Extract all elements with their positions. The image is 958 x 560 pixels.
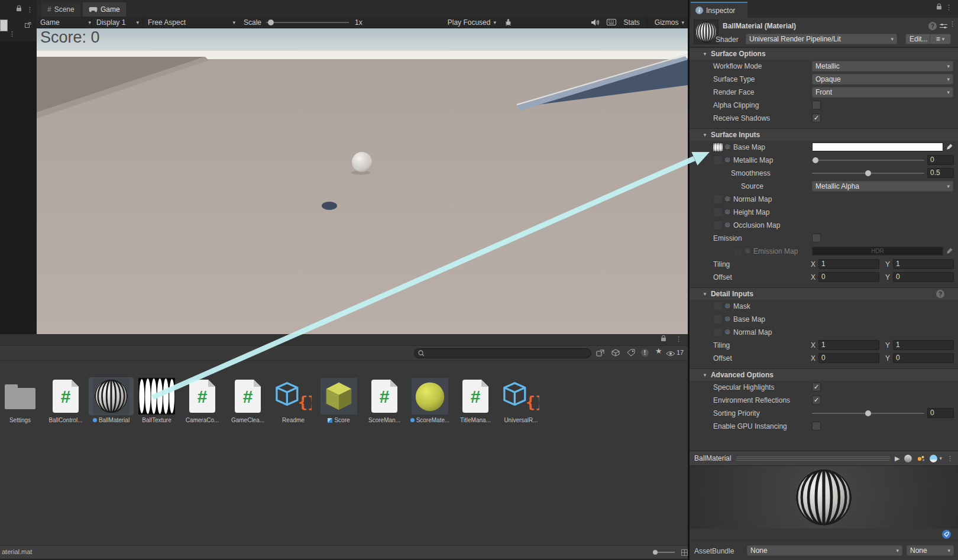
kebab-menu-icon[interactable]: ⋮	[9, 31, 15, 37]
tab-scene[interactable]: # Scene	[41, 2, 80, 17]
gizmos-dropdown[interactable]: Gizmos▾	[655, 18, 684, 27]
asset-item[interactable]: UniversalR...	[499, 377, 543, 423]
grid-view-icon[interactable]	[681, 549, 688, 556]
game-viewport[interactable]: Score: 0	[37, 28, 688, 334]
workflow-mode-dropdown[interactable]: Metallic ▾	[812, 61, 953, 72]
asset-item[interactable]: #GameClea...	[225, 377, 270, 423]
sorting-priority-slider[interactable]	[812, 413, 924, 414]
specular-highlights-checkbox[interactable]: ✓	[812, 383, 821, 391]
detail-offset-x-field[interactable]: 0	[818, 353, 879, 363]
surface-inputs-header[interactable]: ▼ Surface Inputs	[690, 129, 958, 141]
alert-icon[interactable]: !	[641, 349, 649, 357]
height-map-thumb[interactable]	[713, 208, 723, 217]
asset-item[interactable]: #TitleMana...	[453, 377, 498, 423]
emission-hdr-swatch[interactable]: HDR	[812, 247, 943, 255]
lock-icon[interactable]	[937, 6, 941, 9]
object-picker-icon[interactable]: ◎	[725, 221, 730, 228]
help-icon[interactable]: ?	[928, 22, 937, 30]
base-map-texture-thumb[interactable]	[713, 143, 723, 152]
gpu-instancing-checkbox[interactable]	[812, 422, 821, 430]
surface-type-dropdown[interactable]: Opaque ▾	[812, 74, 953, 85]
object-picker-icon[interactable]: ◎	[725, 208, 730, 215]
preview-play-button[interactable]: ▶	[895, 455, 899, 462]
detail-tiling-x-field[interactable]: 1	[818, 340, 879, 350]
detail-inputs-header[interactable]: ▼ Detail Inputs ?	[690, 288, 958, 300]
metallic-map-thumb[interactable]	[713, 156, 723, 165]
aspect-ratio-dropdown[interactable]: Free Aspect▾	[148, 18, 235, 27]
asset-item[interactable]: Settings	[0, 377, 43, 423]
object-picker-icon[interactable]: ◎	[725, 143, 730, 150]
object-picker-icon[interactable]: ◎	[745, 247, 750, 254]
object-picker-icon[interactable]: ◎	[725, 328, 730, 335]
kebab-menu-icon[interactable]: ⋮	[947, 455, 953, 461]
receive-shadows-checkbox[interactable]: ✓	[812, 114, 821, 122]
sorting-priority-field[interactable]: 0	[927, 408, 954, 418]
visibility-eye-icon[interactable]	[666, 351, 675, 357]
game-view-dropdown[interactable]: Game▾	[40, 18, 91, 27]
assetbundle-dropdown[interactable]: None ▾	[747, 545, 902, 556]
metallic-value-field[interactable]: 0	[927, 155, 954, 165]
project-search-input[interactable]	[426, 350, 587, 357]
detail-base-map-thumb[interactable]	[713, 315, 723, 324]
object-picker-icon[interactable]: ◎	[725, 195, 730, 202]
preview-header-bar[interactable]: BallMaterial ▶ ▾ ⋮	[690, 451, 958, 466]
open-asset-icon[interactable]	[596, 349, 604, 357]
tab-game[interactable]: Game	[83, 2, 126, 17]
advanced-options-header[interactable]: ▼ Advanced Options	[690, 369, 958, 381]
normal-map-thumb[interactable]	[713, 195, 723, 204]
keyboard-icon[interactable]	[607, 19, 616, 25]
object-picker-icon[interactable]: ◎	[725, 302, 730, 309]
kebab-menu-icon[interactable]: ⋮	[27, 7, 33, 12]
occlusion-map-thumb[interactable]	[713, 221, 723, 230]
kebab-menu-icon[interactable]: ⋮	[675, 336, 682, 342]
stats-button[interactable]: Stats	[623, 18, 639, 27]
eyedropper-icon[interactable]	[946, 247, 953, 254]
float-window-icon[interactable]	[25, 21, 31, 28]
shader-dropdown[interactable]: Universal Render Pipeline/Lit ▾	[746, 34, 897, 44]
detail-offset-y-field[interactable]: 0	[893, 353, 954, 363]
asset-item[interactable]: BallTexture	[134, 377, 179, 423]
tiling-x-field[interactable]: 1	[818, 259, 879, 269]
preview-mesh-button[interactable]	[904, 455, 912, 462]
smoothness-value-field[interactable]: 0.5	[927, 168, 954, 178]
asset-label-tag-icon[interactable]	[942, 530, 951, 539]
asset-item[interactable]: #BallControl...	[43, 377, 88, 423]
offset-x-field[interactable]: 0	[818, 272, 879, 282]
play-focused-dropdown[interactable]: Play Focused▾	[448, 18, 496, 27]
emission-map-thumb[interactable]	[733, 247, 743, 256]
package-icon[interactable]	[611, 349, 620, 357]
emission-checkbox[interactable]	[812, 234, 821, 242]
shader-menu-button[interactable]: ≡ ▾	[930, 34, 951, 44]
scale-slider[interactable]	[266, 22, 349, 23]
environment-reflections-checkbox[interactable]: ✓	[812, 396, 821, 404]
material-preview[interactable]	[690, 466, 958, 529]
smoothness-slider[interactable]	[812, 173, 924, 174]
detail-tiling-y-field[interactable]: 1	[893, 340, 954, 350]
kebab-menu-icon[interactable]: ⋮	[946, 4, 952, 10]
icon-size-slider[interactable]	[653, 552, 675, 553]
asset-item[interactable]: ScoreMate...	[407, 377, 452, 423]
detail-normal-map-thumb[interactable]	[713, 328, 723, 337]
debug-bug-icon[interactable]	[504, 18, 512, 26]
asset-item[interactable]: #CameraCo...	[180, 377, 225, 423]
preview-drag-handle[interactable]	[736, 457, 890, 461]
presets-icon[interactable]	[940, 23, 947, 29]
smoothness-source-dropdown[interactable]: Metallic Alpha ▾	[812, 181, 953, 192]
label-tag-icon[interactable]	[627, 349, 635, 357]
asset-item[interactable]: Score	[316, 377, 361, 423]
help-icon[interactable]: ?	[936, 290, 944, 298]
metallic-slider[interactable]	[812, 160, 924, 161]
tab-inspector[interactable]: i Inspector	[691, 2, 747, 18]
display-dropdown[interactable]: Display 1▾	[96, 18, 139, 27]
base-color-swatch[interactable]	[812, 143, 943, 151]
render-face-dropdown[interactable]: Front ▾	[812, 87, 953, 98]
lock-icon[interactable]	[661, 338, 666, 341]
lock-icon[interactable]	[17, 8, 21, 11]
alpha-clipping-checkbox[interactable]	[812, 101, 821, 109]
eyedropper-icon[interactable]	[946, 143, 953, 150]
assetbundle-variant-dropdown[interactable]: None ▾	[907, 545, 954, 556]
offset-y-field[interactable]: 0	[893, 272, 954, 282]
preview-lighting-button[interactable]	[917, 455, 925, 462]
detail-mask-thumb[interactable]	[713, 302, 723, 311]
favorites-star-icon[interactable]: ★	[655, 347, 662, 355]
